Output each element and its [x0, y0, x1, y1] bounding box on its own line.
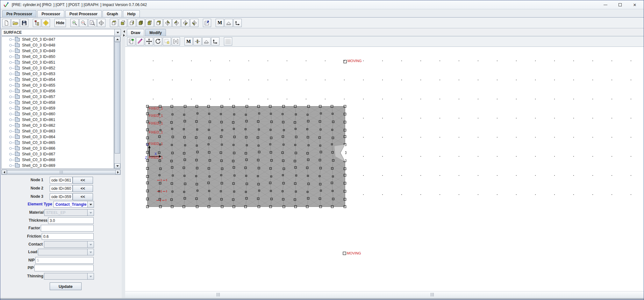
- node1-pick-button[interactable]: <<: [73, 177, 93, 184]
- chevron-down-icon[interactable]: [87, 201, 94, 207]
- tree-item[interactable]: Shell_C0_3 ID=849: [2, 48, 114, 54]
- scroll-right-icon[interactable]: [115, 170, 120, 175]
- node2-pick-button[interactable]: <<: [73, 185, 93, 192]
- minimize-button[interactable]: [600, 1, 611, 9]
- view-iso-1-button[interactable]: [163, 19, 172, 27]
- scroll-down-icon[interactable]: [114, 163, 120, 168]
- tab-post-processor[interactable]: Post Processor: [65, 10, 102, 17]
- tree-item[interactable]: Shell_C0_3 ID=857: [2, 94, 114, 100]
- move-element-button[interactable]: [145, 37, 153, 46]
- pip-field[interactable]: [34, 265, 94, 271]
- coordinate-axes-button[interactable]: [233, 19, 242, 27]
- close-button[interactable]: ✕: [630, 1, 640, 9]
- factor-field[interactable]: [41, 225, 94, 232]
- scrollbar-thumb[interactable]: [115, 42, 120, 154]
- ground-constraint-button[interactable]: [225, 19, 233, 27]
- scroll-up-icon[interactable]: [114, 37, 120, 42]
- maximize-icon: [619, 3, 622, 6]
- node3-pick-button[interactable]: <<: [73, 193, 93, 200]
- element-type-combo[interactable]: Contact_Triangle: [54, 201, 94, 208]
- save-file-button[interactable]: [20, 19, 28, 27]
- material-m-button[interactable]: M: [184, 37, 193, 46]
- tree-item[interactable]: Shell_C0_3 ID=853: [2, 71, 114, 77]
- scrollbar-thumb[interactable]: [7, 170, 116, 174]
- scroll-left-icon[interactable]: [2, 170, 7, 175]
- element-properties-button[interactable]: [203, 19, 211, 27]
- friction-field[interactable]: [42, 233, 94, 240]
- tab-graph[interactable]: Graph: [103, 10, 122, 17]
- surface-selector[interactable]: SURFACE: [1, 29, 121, 36]
- view-cube-left-button[interactable]: [146, 19, 154, 27]
- ground-constraint-button[interactable]: [202, 37, 211, 46]
- material-m-button[interactable]: M: [216, 19, 224, 27]
- tab-processor[interactable]: Processor: [37, 10, 64, 17]
- thickness-field[interactable]: [48, 217, 94, 224]
- nip-field[interactable]: [35, 257, 94, 264]
- tree-item[interactable]: Shell_C0_3 ID=858: [2, 100, 114, 105]
- rotate-element-button[interactable]: [154, 37, 162, 46]
- tree-item[interactable]: Shell_C0_3 ID=851: [2, 60, 114, 65]
- splitter-grip[interactable]: [216, 293, 220, 297]
- splitter-grip[interactable]: [430, 293, 434, 297]
- node3-field[interactable]: [50, 193, 73, 200]
- recenter-view-button[interactable]: [42, 19, 50, 27]
- panel-splitter[interactable]: [122, 28, 125, 298]
- view-cube-front-button[interactable]: [119, 19, 127, 27]
- view-iso-2-button[interactable]: [172, 19, 181, 27]
- center-view-button[interactable]: [97, 19, 105, 27]
- hide-button[interactable]: Hide: [54, 19, 66, 27]
- chevron-down-icon[interactable]: [114, 29, 121, 35]
- tree-item[interactable]: Shell_C0_3 ID=848: [2, 42, 114, 48]
- folder-icon: [15, 78, 20, 82]
- node1-field[interactable]: [50, 177, 73, 183]
- tree-horizontal-scrollbar[interactable]: [1, 169, 121, 175]
- collapse-left-icon[interactable]: [122, 30, 125, 33]
- tree-item[interactable]: Shell_C0_3 ID=850: [2, 54, 114, 60]
- tree-item[interactable]: Shell_C0_3 ID=867: [2, 151, 114, 157]
- tree-item[interactable]: Shell_C0_3 ID=860: [2, 111, 114, 117]
- sketch-erase-button[interactable]: [136, 37, 144, 46]
- tree-vertical-scrollbar[interactable]: [114, 36, 121, 169]
- viewport-canvas[interactable]: FIXED_1FIXED_1FIXED_1FIXED_1FIXED_1YZXFI…: [125, 47, 644, 291]
- open-file-button[interactable]: [11, 19, 19, 27]
- tree-item[interactable]: Shell_C0_3 ID=869: [2, 163, 114, 168]
- snap-grid-button[interactable]: [224, 37, 232, 46]
- copy-element-button[interactable]: [127, 37, 135, 46]
- zoom-in-button[interactable]: [70, 19, 79, 27]
- view-cube-right-button[interactable]: [128, 19, 136, 27]
- view-tab-modify[interactable]: Modify: [145, 29, 166, 36]
- tree-item[interactable]: Shell_C0_3 ID=861: [2, 117, 114, 123]
- coordinate-axes-button[interactable]: [211, 37, 219, 46]
- zoom-out-button[interactable]: [79, 19, 88, 27]
- tree-item[interactable]: Shell_C0_3 ID=868: [2, 157, 114, 163]
- zoom-fit-button[interactable]: [88, 19, 97, 27]
- tab-pre-processor[interactable]: Pre Processor: [2, 10, 36, 17]
- update-button[interactable]: Update: [50, 282, 82, 290]
- tree-item[interactable]: Shell_C0_3 ID=856: [2, 88, 114, 94]
- tree-item[interactable]: Shell_C0_3 ID=859: [2, 105, 114, 111]
- tree-item[interactable]: Shell_C0_3 ID=864: [2, 134, 114, 140]
- tree-item[interactable]: Shell_C0_3 ID=863: [2, 128, 114, 134]
- bottom-scrollbar[interactable]: [125, 291, 644, 298]
- tree-item[interactable]: Shell_C0_3 ID=862: [2, 123, 114, 128]
- tree-item[interactable]: Shell_C0_3 ID=852: [2, 65, 114, 71]
- tree-item[interactable]: Shell_C0_3 ID=854: [2, 77, 114, 82]
- mirror-split-button[interactable]: [193, 37, 202, 46]
- view-tab-draw[interactable]: Draw: [127, 29, 144, 36]
- model-tree-button[interactable]: [33, 19, 41, 27]
- new-file-button[interactable]: [2, 19, 11, 27]
- view-iso-3-button[interactable]: [181, 19, 190, 27]
- view-cube-solid-button[interactable]: [137, 19, 145, 27]
- tree-item[interactable]: Shell_C0_3 ID=847: [2, 37, 114, 42]
- view-cube-back-button[interactable]: [154, 19, 163, 27]
- view-cube-top-button[interactable]: [110, 19, 118, 27]
- select-matrix-button[interactable]: [172, 37, 180, 46]
- maximize-button[interactable]: [615, 1, 625, 9]
- view-iso-4-button[interactable]: [190, 19, 198, 27]
- tab-help[interactable]: Help: [123, 10, 140, 17]
- tree-item[interactable]: Shell_C0_3 ID=855: [2, 82, 114, 88]
- tree-item[interactable]: Shell_C0_3 ID=865: [2, 140, 114, 146]
- node2-field[interactable]: [50, 185, 73, 192]
- tree-item[interactable]: Shell_C0_3 ID=866: [2, 146, 114, 151]
- select-rectangle-button[interactable]: [163, 37, 171, 46]
